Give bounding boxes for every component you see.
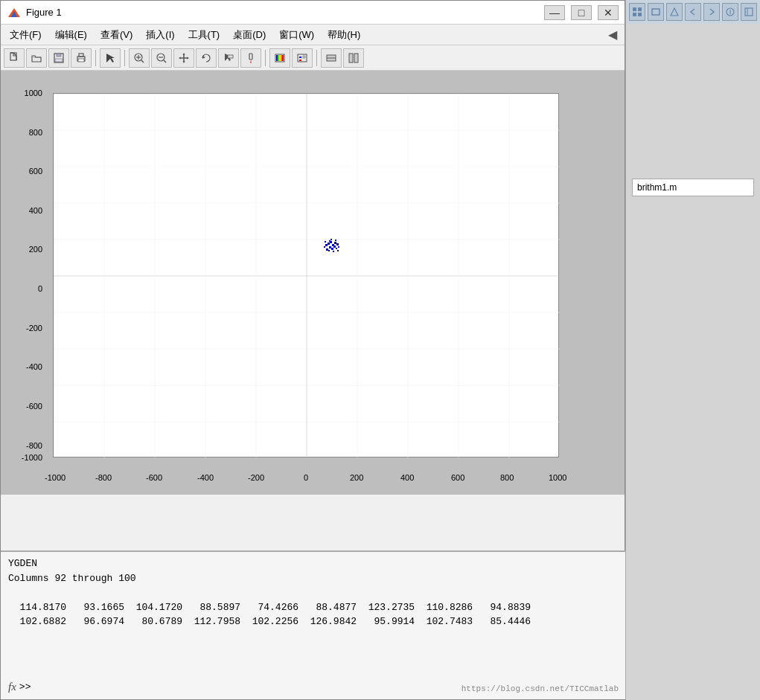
svg-rect-31: [281, 55, 282, 61]
y-label-200: 200: [29, 245, 45, 254]
open-button[interactable]: [26, 48, 47, 68]
svg-rect-10: [78, 59, 84, 62]
colorbar-button[interactable]: [269, 48, 290, 68]
zoom-out-button[interactable]: [151, 48, 172, 68]
select-button[interactable]: [100, 48, 121, 68]
zoom-in-button[interactable]: [129, 48, 150, 68]
y-label-n400: -400: [26, 362, 45, 371]
svg-rect-26: [249, 54, 252, 60]
menu-view[interactable]: 查看(V): [95, 27, 138, 43]
x-label-n400: -400: [197, 473, 214, 482]
svg-line-13: [141, 60, 144, 62]
svg-rect-82: [337, 250, 339, 251]
separator-2: [124, 50, 125, 66]
right-content: brithm1.m: [626, 24, 760, 202]
svg-rect-63: [328, 243, 330, 245]
svg-rect-87: [652, 9, 660, 15]
svg-marker-23: [202, 56, 205, 59]
console-line4: 102.6882 96.6974 80.6789 112.7958 102.22…: [8, 614, 619, 629]
data-cursor-button[interactable]: [218, 48, 239, 68]
hide-tools-button[interactable]: [321, 48, 342, 68]
svg-marker-11: [106, 54, 115, 62]
svg-rect-86: [638, 13, 642, 16]
prompt-arrows: >>: [19, 681, 31, 693]
svg-rect-85: [633, 13, 636, 16]
y-label-n1000: -1000: [22, 453, 45, 462]
prompt-bar: fx >>: [8, 681, 31, 693]
menu-tools[interactable]: 工具(T): [182, 27, 226, 43]
svg-rect-81: [325, 241, 326, 243]
x-label-200: 200: [350, 473, 363, 482]
svg-rect-29: [278, 55, 279, 61]
svg-rect-76: [338, 246, 339, 248]
title-text: Figure 1: [26, 7, 62, 18]
rt-btn-3[interactable]: [666, 3, 683, 21]
print-button[interactable]: [71, 48, 92, 68]
pan-button[interactable]: [173, 48, 194, 68]
menu-bar: 文件(F) 编辑(E) 查看(V) 插入(I) 工具(T) 桌面(D) 窗口(W…: [1, 25, 625, 45]
console-area: YGDEN Columns 92 through 100 114.8170 93…: [1, 550, 626, 699]
menu-window[interactable]: 窗口(W): [273, 27, 320, 43]
pin-icon[interactable]: ◀: [604, 26, 622, 43]
svg-rect-80: [335, 240, 336, 241]
svg-rect-9: [79, 54, 83, 57]
svg-rect-30: [279, 55, 281, 61]
close-button[interactable]: ✕: [598, 5, 619, 20]
x-label-1000: 1000: [549, 473, 566, 482]
svg-line-17: [164, 60, 166, 62]
save-button[interactable]: [48, 48, 69, 68]
svg-rect-66: [334, 242, 336, 244]
rt-btn-5[interactable]: [722, 3, 738, 21]
rt-btn-1[interactable]: [629, 3, 645, 21]
y-label-n600: -600: [26, 402, 45, 411]
menu-insert[interactable]: 插入(I): [140, 27, 180, 43]
x-label-800: 800: [500, 473, 514, 482]
svg-rect-77: [324, 246, 325, 248]
svg-rect-68: [331, 248, 333, 250]
x-label-n800: -800: [95, 473, 112, 482]
rotate-button[interactable]: [196, 48, 217, 68]
svg-rect-69: [333, 245, 336, 248]
maximize-button[interactable]: □: [571, 5, 592, 20]
new-file-button[interactable]: [4, 48, 25, 68]
rt-btn-forward[interactable]: [703, 3, 720, 21]
y-label-1000: 1000: [25, 89, 45, 97]
rt-btn-back[interactable]: [685, 3, 701, 21]
grid-lines: [54, 94, 560, 458]
axes-area: 1000 800 600 400 200 0 -200 -400 -600 -8…: [1, 71, 625, 495]
svg-rect-67: [329, 246, 331, 248]
rt-btn-6[interactable]: [741, 3, 757, 21]
menu-help[interactable]: 帮助(H): [322, 27, 366, 43]
menu-file[interactable]: 文件(F): [4, 27, 48, 43]
minimize-button[interactable]: —: [544, 5, 565, 20]
y-label-0: 0: [38, 284, 45, 293]
svg-rect-71: [336, 243, 339, 245]
plot-canvas[interactable]: -1000 -800 -600 -400 -200 0 200 400 600 …: [53, 93, 559, 457]
svg-rect-70: [325, 244, 328, 246]
y-label-n200: -200: [26, 324, 45, 333]
y-label-400: 400: [29, 206, 45, 215]
watermark: https://blog.csdn.net/TICCmatlab: [462, 684, 619, 693]
svg-rect-83: [633, 7, 636, 11]
title-buttons: — □ ✕: [544, 5, 619, 20]
svg-rect-90: [745, 8, 753, 16]
svg-rect-73: [336, 248, 337, 249]
fx-symbol: fx: [8, 681, 16, 693]
x-label-0: 0: [304, 473, 308, 482]
svg-rect-7: [55, 59, 63, 62]
menu-edit[interactable]: 编辑(E): [49, 27, 93, 43]
menu-desktop[interactable]: 桌面(D): [227, 27, 272, 43]
separator-4: [316, 50, 317, 66]
algo-file-label: brithm1.m: [632, 179, 754, 196]
svg-marker-22: [187, 57, 189, 59]
show-tools-button[interactable]: [343, 48, 364, 68]
brush-button[interactable]: [240, 48, 261, 68]
svg-rect-36: [303, 56, 305, 58]
rt-btn-2[interactable]: [648, 3, 664, 21]
svg-marker-21: [179, 57, 181, 59]
legend-button[interactable]: [292, 48, 313, 68]
console-line2: [8, 585, 619, 600]
y-label-600: 600: [29, 167, 45, 176]
right-panel: brithm1.m: [625, 0, 760, 700]
y-axis-labels: 1000 800 600 400 200 0 -200 -400 -600 -8…: [1, 93, 49, 457]
